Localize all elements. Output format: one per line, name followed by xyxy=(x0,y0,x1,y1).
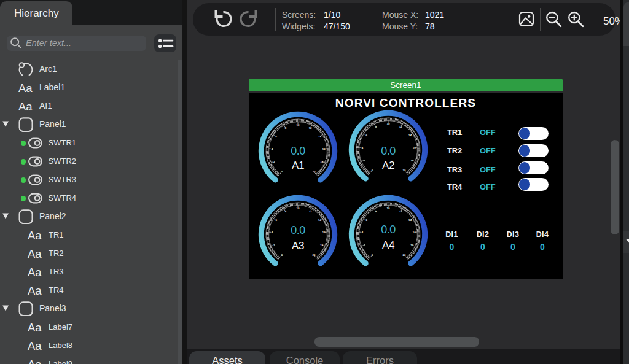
svg-text:12: 12 xyxy=(309,126,312,130)
svg-text:18: 18 xyxy=(321,160,324,163)
svg-text:2: 2 xyxy=(273,243,275,246)
svg-text:16: 16 xyxy=(322,147,326,150)
svg-text:0: 0 xyxy=(281,254,283,257)
svg-text:0: 0 xyxy=(372,254,373,257)
svg-text:A3: A3 xyxy=(292,240,304,252)
svg-text:0: 0 xyxy=(372,169,373,172)
svg-text:A2: A2 xyxy=(382,160,394,171)
svg-text:6: 6 xyxy=(366,134,368,137)
svg-text:20: 20 xyxy=(313,170,316,173)
svg-text:18: 18 xyxy=(321,243,324,246)
svg-text:12: 12 xyxy=(399,211,402,214)
svg-text:10: 10 xyxy=(297,207,300,210)
svg-text:A1: A1 xyxy=(292,160,304,171)
svg-text:2: 2 xyxy=(364,159,365,162)
svg-text:20: 20 xyxy=(313,254,316,257)
svg-text:0.0: 0.0 xyxy=(381,145,396,157)
svg-text:2: 2 xyxy=(364,244,365,247)
svg-text:0.0: 0.0 xyxy=(381,224,396,236)
svg-text:4: 4 xyxy=(272,147,273,150)
svg-text:10: 10 xyxy=(387,207,390,211)
svg-text:14: 14 xyxy=(408,134,412,137)
svg-text:6: 6 xyxy=(366,219,368,222)
svg-text:16: 16 xyxy=(322,231,326,234)
svg-text:14: 14 xyxy=(408,219,412,222)
svg-text:4: 4 xyxy=(362,231,364,234)
svg-text:4: 4 xyxy=(272,231,273,234)
svg-text:10: 10 xyxy=(387,123,390,126)
svg-text:12: 12 xyxy=(399,126,402,129)
svg-text:0.0: 0.0 xyxy=(291,145,306,157)
svg-text:0.0: 0.0 xyxy=(291,224,306,236)
svg-text:18: 18 xyxy=(411,244,414,247)
svg-text:20: 20 xyxy=(403,254,406,257)
svg-text:14: 14 xyxy=(318,135,321,138)
svg-text:A4: A4 xyxy=(382,240,394,252)
svg-text:8: 8 xyxy=(375,126,377,129)
svg-text:0: 0 xyxy=(281,170,283,173)
svg-text:8: 8 xyxy=(285,126,287,130)
svg-text:8: 8 xyxy=(285,210,287,213)
svg-text:6: 6 xyxy=(276,135,278,138)
svg-text:4: 4 xyxy=(362,146,364,149)
svg-text:10: 10 xyxy=(297,123,300,126)
svg-text:16: 16 xyxy=(413,231,416,234)
svg-text:14: 14 xyxy=(318,219,321,222)
svg-text:2: 2 xyxy=(273,160,275,163)
svg-text:8: 8 xyxy=(375,211,377,214)
svg-text:6: 6 xyxy=(276,219,278,222)
svg-text:12: 12 xyxy=(309,210,312,213)
svg-text:16: 16 xyxy=(413,146,416,149)
svg-text:18: 18 xyxy=(411,159,414,162)
svg-text:20: 20 xyxy=(403,169,406,172)
